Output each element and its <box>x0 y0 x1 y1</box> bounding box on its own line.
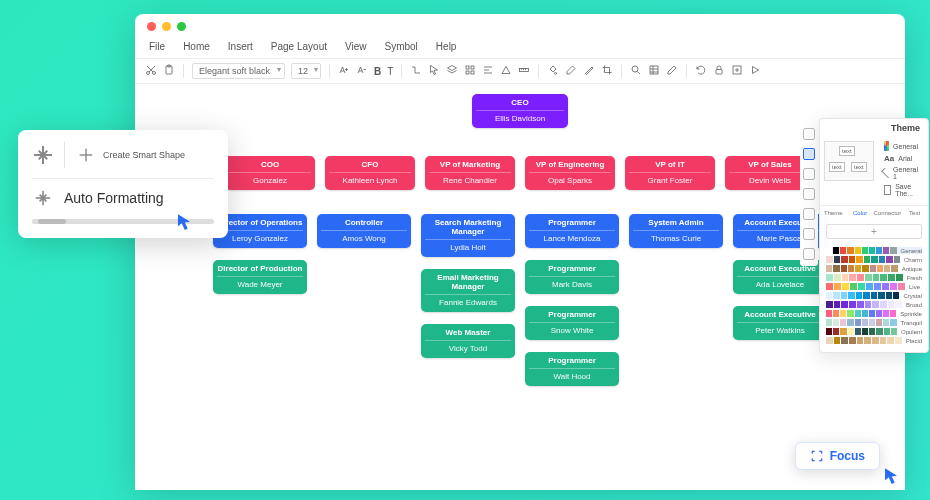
swatch[interactable] <box>841 256 848 263</box>
swatch[interactable] <box>872 301 879 308</box>
theme-opt[interactable]: General 1 <box>884 166 918 180</box>
swatch[interactable] <box>855 265 861 272</box>
theme-tab-connector[interactable]: Connector <box>874 206 902 220</box>
swatch[interactable] <box>833 319 839 326</box>
swatch[interactable] <box>833 328 839 335</box>
swatch[interactable] <box>841 292 847 299</box>
export-icon[interactable] <box>731 64 743 78</box>
palette-row[interactable]: Broad <box>826 301 922 308</box>
menu-view[interactable]: View <box>345 41 367 52</box>
pen-icon[interactable] <box>583 64 595 78</box>
swatch[interactable] <box>857 274 864 281</box>
swatch[interactable] <box>883 247 889 254</box>
swatch[interactable] <box>862 265 868 272</box>
swatch[interactable] <box>856 256 863 263</box>
theme-preview[interactable]: text text text <box>824 141 874 181</box>
swatch[interactable] <box>862 319 868 326</box>
swatch[interactable] <box>883 310 889 317</box>
swatch[interactable] <box>826 310 832 317</box>
font-decrease-icon[interactable] <box>356 64 368 78</box>
swatch[interactable] <box>895 337 902 344</box>
org-node[interactable]: ProgrammerLance Mendoza <box>525 214 619 248</box>
swatch[interactable] <box>865 274 872 281</box>
swatch[interactable] <box>833 292 839 299</box>
theme-add-button[interactable]: + <box>826 224 922 239</box>
theme-opt[interactable]: General <box>884 141 918 151</box>
undo-icon[interactable] <box>695 64 707 78</box>
swatch[interactable] <box>862 328 868 335</box>
swatch[interactable] <box>872 337 879 344</box>
text-icon[interactable]: T <box>387 66 393 77</box>
swatch[interactable] <box>895 301 902 308</box>
menu-home[interactable]: Home <box>183 41 210 52</box>
smart-shape-icon[interactable] <box>78 147 93 162</box>
swatch[interactable] <box>826 328 832 335</box>
swatch[interactable] <box>826 265 832 272</box>
palette-row[interactable]: Sprinkle <box>826 310 922 317</box>
org-node[interactable]: VP of ITGrant Foster <box>625 156 715 190</box>
swatch[interactable] <box>842 274 849 281</box>
org-node[interactable]: ProgrammerWalt Hood <box>525 352 619 386</box>
org-node[interactable]: Account ExecutivePeter Watkins <box>733 306 827 340</box>
swatch[interactable] <box>849 274 856 281</box>
palette-row[interactable]: Charm <box>826 256 922 263</box>
swatch[interactable] <box>869 328 875 335</box>
strip-layer-icon[interactable] <box>803 208 815 220</box>
swatch[interactable] <box>855 319 861 326</box>
swatch[interactable] <box>840 328 846 335</box>
palette-row[interactable]: Crystal <box>826 292 922 299</box>
swatch[interactable] <box>893 292 899 299</box>
swatch[interactable] <box>833 265 839 272</box>
org-node[interactable]: Email Marketing ManagerFannie Edwards <box>421 269 515 312</box>
swatch[interactable] <box>862 310 868 317</box>
swatch[interactable] <box>834 274 841 281</box>
ruler-icon[interactable] <box>518 64 530 78</box>
org-node[interactable]: VP of MarketingRene Chandler <box>425 156 515 190</box>
swatch[interactable] <box>849 301 856 308</box>
palette-row[interactable]: Fresh <box>826 274 922 281</box>
bold-icon[interactable]: B <box>374 66 381 77</box>
strip-chevron-icon[interactable] <box>803 128 815 140</box>
swatch[interactable] <box>841 337 848 344</box>
swatch[interactable] <box>840 310 846 317</box>
swatch[interactable] <box>833 310 839 317</box>
swatch[interactable] <box>849 337 856 344</box>
swatch[interactable] <box>869 247 875 254</box>
swatch[interactable] <box>876 328 882 335</box>
swatch[interactable] <box>870 265 876 272</box>
swatch[interactable] <box>880 301 887 308</box>
swatch[interactable] <box>833 247 839 254</box>
org-node[interactable]: Director of ProductionWade Meyer <box>213 260 307 294</box>
focus-button[interactable]: Focus <box>795 442 880 470</box>
swatch[interactable] <box>871 292 877 299</box>
minimize-dot[interactable] <box>162 22 171 31</box>
swatch[interactable] <box>826 256 833 263</box>
palette-row[interactable]: Opulent <box>826 328 922 335</box>
swatch[interactable] <box>876 310 882 317</box>
swatch[interactable] <box>894 256 901 263</box>
auto-format-label[interactable]: Auto Formatting <box>64 190 164 206</box>
swatch[interactable] <box>865 301 872 308</box>
menu-page-layout[interactable]: Page Layout <box>271 41 327 52</box>
font-increase-icon[interactable] <box>338 64 350 78</box>
swatch[interactable] <box>842 283 849 290</box>
play-icon[interactable] <box>749 64 761 78</box>
size-select[interactable]: 12 <box>291 63 321 79</box>
swatch[interactable] <box>855 310 861 317</box>
swatch[interactable] <box>826 337 833 344</box>
strip-theme-icon[interactable] <box>803 148 815 160</box>
swatch[interactable] <box>888 301 895 308</box>
swatch[interactable] <box>826 301 833 308</box>
strip-grid-icon[interactable] <box>803 228 815 240</box>
swatch[interactable] <box>850 283 857 290</box>
auto-format-icon[interactable] <box>34 189 52 207</box>
swatch[interactable] <box>856 292 862 299</box>
cut-icon[interactable] <box>145 64 157 78</box>
align-icon[interactable] <box>482 64 494 78</box>
menu-help[interactable]: Help <box>436 41 457 52</box>
search-icon[interactable] <box>630 64 642 78</box>
connector-icon[interactable] <box>410 64 422 78</box>
strip-cube-icon[interactable] <box>803 188 815 200</box>
theme-opt[interactable]: Save The... <box>884 183 918 197</box>
org-node[interactable]: COOGonzalez <box>225 156 315 190</box>
